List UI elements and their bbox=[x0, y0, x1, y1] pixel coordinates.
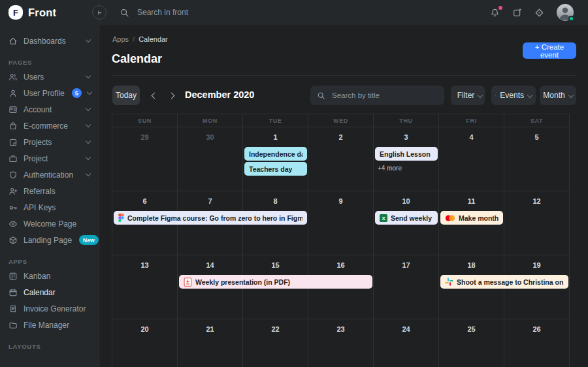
chevron-down-icon bbox=[86, 106, 91, 111]
avatar[interactable] bbox=[557, 4, 574, 21]
events-dropdown-button[interactable]: Events bbox=[491, 86, 536, 105]
view-label: Month bbox=[543, 91, 564, 100]
prev-month-button[interactable] bbox=[149, 90, 159, 101]
sidebar-item-calendar[interactable]: Calendar bbox=[0, 284, 99, 300]
calendar-day-cell[interactable]: 21 bbox=[178, 319, 243, 367]
quick-actions-button[interactable] bbox=[534, 8, 544, 18]
more-events-link[interactable]: +4 more bbox=[378, 165, 402, 172]
sidebar-item-authentication[interactable]: Authentication bbox=[0, 167, 99, 183]
main-content: Apps / Calendar Calendar + Create event … bbox=[99, 25, 588, 367]
apps-launcher-button[interactable] bbox=[512, 8, 522, 18]
calendar-event[interactable]: Complete Figma course: Go from zero to h… bbox=[114, 211, 307, 225]
calendar-week-row: 29 30 1 2 3 4 5 Independence day Teacher… bbox=[112, 127, 570, 191]
sidebar-item-dashboards[interactable]: Dashboards bbox=[0, 33, 99, 49]
calendar-day-cell[interactable]: 23 bbox=[308, 319, 374, 367]
sidebar-item-project[interactable]: Project bbox=[0, 150, 99, 167]
topbar bbox=[99, 0, 588, 25]
figma-icon bbox=[118, 214, 124, 222]
sidebar-item-referrals[interactable]: Referrals bbox=[0, 183, 99, 199]
receipt-icon bbox=[8, 304, 18, 313]
event-title: Independence day bbox=[249, 150, 302, 158]
calendar-event[interactable]: Make monthly pa... bbox=[440, 211, 503, 225]
event-title: Send weekly inv... bbox=[391, 214, 433, 222]
view-dropdown-button[interactable]: Month bbox=[540, 86, 576, 105]
chevron-down-icon bbox=[86, 37, 91, 42]
period-label: December 2020 bbox=[185, 89, 254, 100]
sidebar-item-projects[interactable]: Projects bbox=[0, 134, 99, 150]
calendar-day-cell[interactable]: 2 bbox=[308, 127, 374, 191]
sidebar-collapse-button[interactable] bbox=[92, 5, 106, 20]
calendar-event[interactable]: Shoot a message to Christina on Slack bbox=[440, 275, 568, 289]
day-header: TUE bbox=[243, 114, 308, 127]
calendar-icon bbox=[495, 92, 496, 99]
chevron-right-icon bbox=[168, 92, 174, 99]
global-search-input[interactable] bbox=[136, 7, 230, 18]
breadcrumb-apps[interactable]: Apps bbox=[112, 35, 129, 43]
calendar-day-cell[interactable]: 12 bbox=[504, 191, 570, 255]
calendar-event[interactable]: X Send weekly inv... bbox=[375, 211, 438, 225]
calendar-icon bbox=[8, 288, 18, 297]
shopping-bag-icon bbox=[8, 121, 18, 131]
calendar-day-cell[interactable]: 13 bbox=[112, 255, 178, 319]
filter-button[interactable]: Filter bbox=[451, 86, 485, 105]
calendar-day-cell[interactable]: 26 bbox=[504, 319, 570, 367]
calendar-day-cell[interactable]: 29 bbox=[112, 127, 178, 191]
sidebar-item-users[interactable]: Users bbox=[0, 69, 99, 85]
calendar-day-cell[interactable]: 17 bbox=[374, 255, 439, 319]
next-month-button[interactable] bbox=[166, 90, 176, 101]
chevron-down-icon bbox=[478, 93, 483, 98]
calendar-day-cell[interactable]: 22 bbox=[243, 319, 308, 367]
calendar-event[interactable]: Teachers day bbox=[244, 162, 307, 176]
sidebar-item-kanban[interactable]: Kanban bbox=[0, 268, 99, 284]
sidebar-item-ecommerce[interactable]: E-commerce bbox=[0, 118, 99, 134]
calendar-day-cell[interactable]: 5 bbox=[504, 127, 570, 191]
sidebar-item-label: User Profile bbox=[24, 89, 65, 98]
create-event-button[interactable]: + Create event bbox=[523, 42, 576, 59]
calendar-day-cell[interactable]: 30 bbox=[178, 127, 243, 191]
brand-logo[interactable]: F Front bbox=[0, 0, 99, 25]
calendar-day-cell[interactable]: 20 bbox=[112, 319, 178, 367]
calendar-event[interactable]: Independence day bbox=[244, 147, 307, 161]
calendar-event[interactable]: Weekly presentation (in PDF) bbox=[179, 275, 372, 289]
slack-icon bbox=[445, 278, 453, 286]
online-status-dot bbox=[568, 16, 574, 22]
excel-icon: X bbox=[380, 214, 387, 222]
header-divider bbox=[112, 75, 576, 76]
sidebar-item-welcome-page[interactable]: Welcome Page bbox=[0, 215, 99, 232]
sidebar-item-invoice-generator[interactable]: Invoice Generator bbox=[0, 300, 99, 317]
sidebar-item-api-keys[interactable]: API Keys bbox=[0, 199, 99, 215]
chevron-down-icon bbox=[86, 171, 91, 176]
sidebar-item-label: Landing Page bbox=[24, 236, 72, 245]
folder-icon bbox=[8, 321, 18, 330]
global-search bbox=[120, 7, 230, 18]
notifications-button[interactable] bbox=[490, 8, 500, 18]
window-dot-icon bbox=[512, 8, 522, 18]
chevron-left-icon bbox=[151, 92, 157, 99]
sidebar-item-label: Invoice Generator bbox=[24, 304, 86, 313]
page-title: Calendar bbox=[112, 52, 162, 66]
sidebar-item-account[interactable]: Account bbox=[0, 101, 99, 118]
title-search-input[interactable] bbox=[331, 91, 431, 100]
calendar-week-row: 6 7 8 9 10 11 12 Complete Figma course: … bbox=[112, 191, 570, 255]
sidebar-section-pages: PAGES bbox=[8, 59, 90, 66]
day-header: FRI bbox=[439, 114, 504, 127]
calendar-grid: SUN MON TUE WED THU FRI SAT 29 30 1 2 3 … bbox=[112, 114, 570, 367]
diamond-icon bbox=[534, 8, 544, 18]
sidebar-item-file-manager[interactable]: File Manager bbox=[0, 317, 99, 333]
search-icon bbox=[317, 91, 325, 100]
sidebar-item-label: E-commerce bbox=[24, 121, 68, 131]
chevron-down-icon bbox=[86, 89, 91, 95]
event-title: Teachers day bbox=[249, 165, 292, 173]
calendar-day-cell[interactable]: 9 bbox=[308, 191, 374, 255]
sidebar-item-landing-page[interactable]: Landing Page New bbox=[0, 232, 99, 248]
calendar-day-cell[interactable]: 25 bbox=[439, 319, 504, 367]
today-button[interactable]: Today bbox=[112, 86, 140, 105]
sidebar-item-user-profile[interactable]: User Profile 5 bbox=[0, 85, 99, 101]
sidebar-section-apps: APPS bbox=[8, 258, 90, 265]
calendar-event[interactable]: English Lesson bbox=[375, 147, 438, 161]
filter-label: Filter bbox=[457, 91, 475, 100]
sidebar-item-label: Dashboards bbox=[24, 37, 66, 46]
calendar-day-cell[interactable]: 4 bbox=[439, 127, 504, 191]
breadcrumb-separator: / bbox=[133, 35, 135, 43]
calendar-day-cell[interactable]: 24 bbox=[374, 319, 439, 367]
